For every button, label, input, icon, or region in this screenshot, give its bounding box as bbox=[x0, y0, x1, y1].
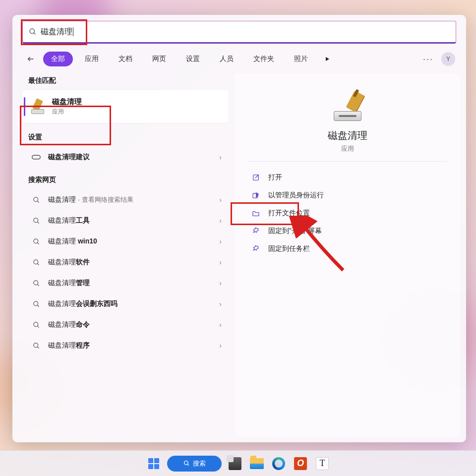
web-result-1[interactable]: 磁盘清理工具› bbox=[21, 210, 230, 231]
filter-tabs-row: 全部应用文档网页设置人员文件夹照片 ··· Y bbox=[12, 48, 466, 73]
action-pin[interactable]: 固定到"开始"屏幕 bbox=[247, 222, 447, 240]
web-result-3[interactable]: 磁盘清理软件› bbox=[21, 252, 230, 273]
best-match-result[interactable]: 磁盘清理 应用 bbox=[22, 90, 229, 123]
taskbar: 搜索 O T bbox=[0, 450, 476, 476]
section-settings-title: 设置 bbox=[21, 130, 230, 147]
chevron-right-icon: › bbox=[219, 300, 222, 308]
overflow-menu-button[interactable]: ··· bbox=[420, 54, 436, 64]
filter-tab-5[interactable]: 人员 bbox=[212, 52, 241, 66]
search-icon bbox=[31, 217, 41, 225]
svg-point-9 bbox=[33, 238, 38, 243]
svg-rect-4 bbox=[32, 155, 41, 159]
best-match-subtitle: 应用 bbox=[52, 108, 82, 116]
chevron-right-icon: › bbox=[219, 196, 222, 204]
taskbar-app-t[interactable]: T bbox=[314, 455, 331, 472]
disk-cleanup-icon bbox=[30, 99, 45, 114]
search-icon bbox=[29, 28, 37, 36]
text-cursor bbox=[73, 27, 73, 36]
chevron-right-icon: › bbox=[219, 258, 222, 266]
filter-tab-3[interactable]: 网页 bbox=[144, 52, 174, 66]
detail-pane: 磁盘清理 应用 打开以管理员身份运行打开文件位置固定到"开始"屏幕固定到任务栏 bbox=[235, 73, 460, 437]
svg-point-5 bbox=[33, 197, 38, 201]
search-window: 磁盘清理 全部应用文档网页设置人员文件夹照片 ··· Y 最佳匹配 磁盘清理 应… bbox=[12, 15, 466, 442]
svg-line-18 bbox=[37, 326, 39, 327]
search-icon bbox=[31, 196, 41, 204]
svg-point-15 bbox=[33, 301, 38, 305]
pin-icon bbox=[251, 244, 260, 253]
search-icon bbox=[31, 321, 41, 329]
chevron-right-icon: › bbox=[219, 238, 222, 245]
filter-tab-0[interactable]: 全部 bbox=[43, 52, 73, 66]
web-result-7[interactable]: 磁盘清理程序› bbox=[21, 335, 230, 356]
web-result-4[interactable]: 磁盘清理管理› bbox=[21, 273, 230, 294]
svg-point-13 bbox=[33, 280, 38, 285]
search-icon bbox=[31, 280, 41, 287]
section-web-title: 搜索网页 bbox=[21, 173, 230, 189]
user-avatar[interactable]: Y bbox=[441, 52, 455, 66]
svg-line-12 bbox=[37, 263, 39, 265]
web-result-0[interactable]: 磁盘清理 - 查看网络搜索结果› bbox=[21, 189, 230, 210]
svg-line-1 bbox=[34, 33, 35, 34]
chevron-right-icon: › bbox=[219, 217, 222, 225]
storage-icon bbox=[31, 155, 41, 160]
filter-tab-7[interactable]: 照片 bbox=[286, 52, 316, 66]
detail-subtitle: 应用 bbox=[341, 144, 354, 153]
svg-line-14 bbox=[37, 284, 39, 286]
action-admin[interactable]: 以管理员身份运行 bbox=[247, 186, 447, 204]
tabs-more-button[interactable] bbox=[321, 53, 334, 65]
action-pin-4[interactable]: 固定到任务栏 bbox=[247, 240, 447, 258]
svg-point-19 bbox=[33, 343, 38, 347]
chevron-right-icon: › bbox=[219, 153, 222, 161]
svg-line-6 bbox=[37, 201, 39, 202]
detail-title: 磁盘清理 bbox=[328, 129, 367, 142]
filter-tab-1[interactable]: 应用 bbox=[77, 52, 107, 66]
best-match-title: 磁盘清理 bbox=[52, 97, 82, 107]
open-icon bbox=[251, 173, 260, 182]
svg-point-23 bbox=[184, 461, 188, 465]
search-icon bbox=[31, 259, 41, 266]
search-icon bbox=[31, 300, 41, 308]
folder-icon bbox=[251, 209, 260, 218]
results-left-pane: 最佳匹配 磁盘清理 应用 设置 磁盘清理建议› 搜索网页 磁盘清理 - 查看网络… bbox=[21, 73, 230, 437]
svg-line-8 bbox=[37, 222, 39, 223]
search-icon bbox=[31, 238, 41, 245]
file-explorer-button[interactable] bbox=[248, 455, 265, 472]
web-result-5[interactable]: 磁盘清理会误删东西吗› bbox=[21, 294, 230, 314]
action-open[interactable]: 打开 bbox=[247, 169, 447, 186]
svg-point-11 bbox=[33, 259, 38, 264]
web-result-6[interactable]: 磁盘清理命令› bbox=[21, 314, 230, 335]
svg-line-16 bbox=[37, 305, 39, 306]
admin-icon bbox=[251, 191, 260, 200]
action-folder[interactable]: 打开文件位置 bbox=[247, 204, 447, 222]
pin-icon bbox=[251, 227, 260, 236]
svg-line-24 bbox=[187, 464, 189, 466]
search-icon bbox=[31, 342, 41, 350]
detail-app-icon bbox=[330, 91, 365, 123]
taskbar-search-button[interactable]: 搜索 bbox=[167, 456, 222, 472]
web-result-2[interactable]: 磁盘清理 win10› bbox=[21, 231, 230, 252]
svg-line-10 bbox=[37, 242, 39, 244]
start-button[interactable] bbox=[145, 455, 162, 472]
filter-tab-6[interactable]: 文件夹 bbox=[245, 52, 282, 66]
section-best-match-title: 最佳匹配 bbox=[21, 73, 230, 90]
chevron-right-icon: › bbox=[219, 321, 222, 329]
search-input-text: 磁盘清理 bbox=[41, 27, 72, 37]
settings-item-0[interactable]: 磁盘清理建议› bbox=[21, 147, 230, 168]
filter-tab-2[interactable]: 文档 bbox=[111, 52, 140, 66]
task-view-button[interactable] bbox=[227, 455, 243, 472]
svg-marker-3 bbox=[326, 57, 329, 61]
chevron-right-icon: › bbox=[219, 279, 222, 287]
search-bar[interactable]: 磁盘清理 bbox=[22, 21, 456, 44]
edge-browser-button[interactable] bbox=[270, 455, 287, 472]
svg-point-0 bbox=[30, 29, 34, 33]
svg-point-17 bbox=[33, 322, 38, 326]
taskbar-app-o[interactable]: O bbox=[292, 455, 309, 472]
chevron-right-icon: › bbox=[219, 342, 222, 350]
filter-tab-4[interactable]: 设置 bbox=[178, 52, 208, 66]
svg-point-7 bbox=[33, 218, 38, 222]
back-button[interactable] bbox=[23, 52, 38, 66]
svg-line-20 bbox=[37, 347, 39, 348]
